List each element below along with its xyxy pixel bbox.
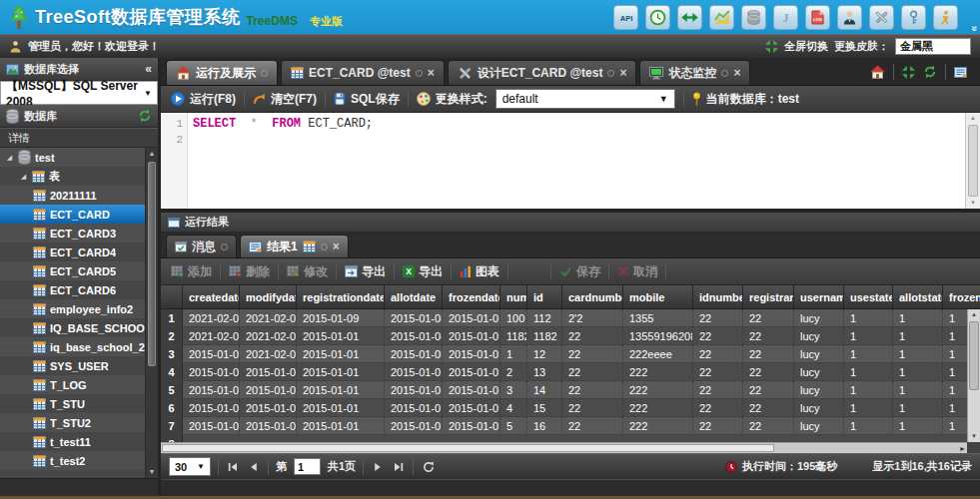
- scroll-up-icon[interactable]: ▲: [146, 148, 158, 160]
- sql-editor[interactable]: 12 SELECT * FROM ECT_CARD;​​ ▲ ▼: [161, 113, 980, 209]
- detail-row[interactable]: 详情: [0, 128, 158, 148]
- scroll-down-icon[interactable]: ▼: [968, 431, 980, 442]
- 删除-button[interactable]: 删除: [227, 262, 272, 281]
- column-header-cardnumber[interactable]: cardnumber: [562, 285, 623, 308]
- column-header-idnumber[interactable]: idnumber: [693, 285, 743, 308]
- column-header-frozenstate[interactable]: frozenstate: [943, 285, 980, 308]
- tree-item-IQ_BASE_SCHOOL[interactable]: IQ_BASE_SCHOOL: [0, 318, 145, 337]
- home-button[interactable]: [870, 65, 885, 79]
- column-header-mobile[interactable]: mobile: [623, 285, 693, 308]
- column-header-num[interactable]: num: [500, 285, 527, 308]
- tree-item-test[interactable]: ◢test: [0, 148, 145, 167]
- column-header-username[interactable]: username: [794, 285, 844, 308]
- user-button[interactable]: [837, 5, 862, 30]
- tab-ECT_CARD @test[interactable]: ECT_CARD @test×: [281, 60, 445, 85]
- tree-item-ECT_CARD4[interactable]: ECT_CARD4: [0, 243, 145, 261]
- tab-close-icon[interactable]: ×: [733, 67, 740, 79]
- column-header-id[interactable]: id: [527, 285, 562, 308]
- tree-item-ECT_CARD5[interactable]: ECT_CARD5: [0, 261, 145, 280]
- tab-状态监控[interactable]: 状态监控×: [639, 60, 750, 85]
- grid-vscrollbar-thumb[interactable]: [969, 321, 979, 390]
- scroll-down-icon[interactable]: ▼: [966, 198, 980, 209]
- tab-menu-icon[interactable]: [721, 70, 728, 77]
- tree-item-T_STU[interactable]: T_STU: [0, 394, 145, 413]
- tab-menu-icon[interactable]: [607, 70, 614, 77]
- tree-item-ECT_CARD3[interactable]: ECT_CARD3: [0, 224, 145, 243]
- table-row[interactable]: 32015-01-012021-02-062015-01-012015-01-0…: [161, 345, 980, 363]
- chart-button[interactable]: [709, 5, 734, 30]
- result-tab-消息[interactable]: 消息: [166, 235, 237, 257]
- refresh-tab-button[interactable]: [923, 65, 937, 79]
- next-page-button[interactable]: [371, 462, 385, 472]
- clock-button[interactable]: [645, 5, 670, 30]
- run-button[interactable]: 运行(F8): [171, 91, 236, 108]
- editor-scrollbar-thumb[interactable]: [968, 125, 978, 197]
- tab-close-icon[interactable]: ×: [428, 67, 435, 79]
- table-row[interactable]: 62015-01-012015-01-012015-01-012015-01-0…: [161, 399, 980, 417]
- code-area[interactable]: SELECT * FROM ECT_CARD;​​: [188, 113, 980, 209]
- fullscreen-label[interactable]: 全屏切换: [784, 39, 828, 54]
- skin-input[interactable]: [895, 38, 971, 55]
- page-number-input[interactable]: [294, 458, 321, 475]
- tree-item-20211111[interactable]: 20211111: [0, 186, 145, 205]
- column-header-registrationdate[interactable]: registrationdate: [297, 285, 385, 308]
- table-row[interactable]: 22021-02-092021-02-072015-01-012015-01-0…: [161, 327, 980, 345]
- sidebar-collapse-icon[interactable]: «: [145, 62, 152, 76]
- sql-save-button[interactable]: SQL保存: [334, 91, 400, 108]
- first-page-button[interactable]: [226, 462, 240, 472]
- table-row-partial[interactable]: 8: [161, 435, 980, 442]
- tab-运行及展示[interactable]: 运行及展示: [166, 60, 278, 85]
- 添加-button[interactable]: 添加: [169, 262, 214, 281]
- 取消-button[interactable]: 取消: [615, 262, 659, 281]
- tab-设计ECT_CARD @test[interactable]: 设计ECT_CARD @test×: [448, 60, 637, 85]
- tab-menu-icon[interactable]: [321, 244, 328, 250]
- clear-button[interactable]: 清空(F7): [253, 91, 317, 108]
- column-header-allotstate[interactable]: allotstate: [893, 285, 943, 308]
- tab-menu-icon[interactable]: [261, 70, 268, 77]
- tree-item-T_STU2[interactable]: T_STU2: [0, 413, 145, 432]
- grid-horizontal-scrollbar[interactable]: ►: [161, 442, 967, 453]
- fullscreen-content-button[interactable]: [902, 66, 915, 79]
- member-button[interactable]: [933, 5, 958, 30]
- scroll-up-icon[interactable]: ▲: [966, 113, 980, 124]
- column-header-modifydate[interactable]: modifydate: [240, 285, 297, 308]
- 导出-button[interactable]: X导出: [401, 262, 445, 281]
- scroll-right-icon[interactable]: ►: [959, 443, 966, 453]
- expander-icon[interactable]: ◢: [19, 173, 28, 181]
- tree-item-T_LOG[interactable]: T_LOG: [0, 375, 145, 394]
- grid-hscrollbar-thumb[interactable]: [162, 444, 774, 452]
- page-size-select[interactable]: 30 ▼: [169, 457, 211, 476]
- table-row[interactable]: 52015-01-012015-01-012015-01-012015-01-0…: [161, 381, 980, 399]
- tree-item-SYS_USER[interactable]: SYS_USER: [0, 356, 145, 375]
- column-header-createdate[interactable]: createdate: [183, 285, 240, 308]
- result-tab-结果1[interactable]: 结果1×: [240, 235, 349, 257]
- api-button[interactable]: API: [613, 5, 638, 30]
- fullscreen-icon[interactable]: [765, 40, 778, 53]
- expander-icon[interactable]: ◢: [5, 154, 14, 162]
- table-row[interactable]: 12021-02-072021-02-082015-01-092015-01-0…: [161, 309, 980, 327]
- editor-scrollbar[interactable]: ▲ ▼: [965, 113, 980, 209]
- prev-page-button[interactable]: [247, 462, 261, 472]
- last-page-button[interactable]: [392, 462, 406, 472]
- column-header-allotdate[interactable]: allotdate: [385, 285, 443, 308]
- tab-close-icon[interactable]: ×: [333, 241, 340, 252]
- tree-item-iq_base_school_2019[interactable]: iq_base_school_2019: [0, 337, 145, 356]
- 修改-button[interactable]: 修改: [285, 262, 330, 281]
- style-select[interactable]: default ▼: [495, 89, 675, 109]
- tree-item-ECT_CARD6[interactable]: ECT_CARD6: [0, 280, 145, 299]
- log-file-button[interactable]: LOG: [805, 5, 830, 30]
- db-type-select[interactable]: 【MSSQL】SQL Server 2008 ▼: [0, 81, 158, 105]
- tree-item-表[interactable]: ◢表: [0, 167, 145, 186]
- tree-scrollbar[interactable]: ▲ ▼: [145, 148, 158, 478]
- tab-menu-icon[interactable]: [416, 70, 423, 77]
- tab-menu-icon[interactable]: [221, 244, 228, 250]
- scroll-up-icon[interactable]: ▲: [968, 309, 980, 320]
- tab-close-icon[interactable]: ×: [619, 67, 626, 79]
- sync-arrows-button[interactable]: [677, 5, 702, 30]
- 保存-button[interactable]: 保存: [557, 262, 602, 281]
- reload-page-button[interactable]: [421, 461, 437, 473]
- tools-button[interactable]: [869, 5, 894, 30]
- column-header-usestate[interactable]: usestate: [844, 285, 893, 308]
- report-button[interactable]: [954, 67, 967, 78]
- 图表-button[interactable]: 图表: [458, 262, 501, 281]
